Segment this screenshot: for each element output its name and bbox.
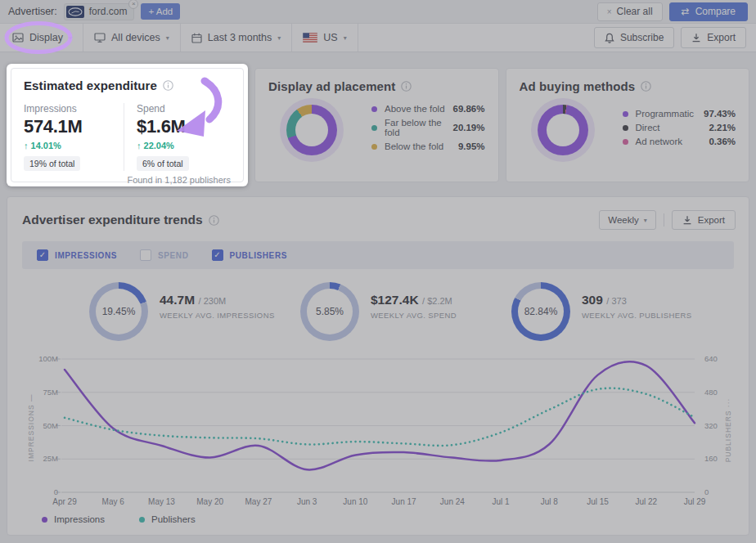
filter-period[interactable]: Last 3 months ▾ xyxy=(181,24,293,52)
card-title: Estimated expenditure xyxy=(24,79,157,92)
compare-button[interactable]: ⇄ Compare xyxy=(669,2,748,21)
info-icon[interactable] xyxy=(163,80,173,91)
info-icon[interactable] xyxy=(641,81,651,92)
clear-all-button[interactable]: × Clear all xyxy=(597,2,663,21)
legend-dot xyxy=(139,517,145,523)
advertiser-chip[interactable]: ford.com × xyxy=(64,3,135,20)
granularity-dropdown[interactable]: Weekly ▾ xyxy=(599,210,656,230)
svg-text:May 20: May 20 xyxy=(196,497,223,506)
impressions-share-badge: 19% of total xyxy=(24,156,80,171)
filter-display[interactable]: Display ▾ xyxy=(0,24,83,52)
chevron-down-icon: ▾ xyxy=(69,34,72,42)
legend-dot xyxy=(623,111,628,117)
svg-text:50M: 50M xyxy=(43,421,59,430)
trend-line-chart: 100M64075M48050M32025M16000Apr 29May 6Ma… xyxy=(22,352,747,509)
impressions-metric: Impressions 574.1M ↑ 14.01% 19% of total xyxy=(24,103,124,171)
top-bar: Advertiser: ford.com × + Add × Clear all… xyxy=(0,0,756,23)
legend-impressions: Impressions xyxy=(42,514,105,524)
divider xyxy=(664,213,664,227)
svg-text:160: 160 xyxy=(704,454,718,463)
spend-value: $1.6M xyxy=(137,116,189,137)
weekly-average-gauges: 19.45% 44.7M / 230M WEEKLY AVG. IMPRESSI… xyxy=(7,282,749,341)
subscribe-button[interactable]: Subscribe xyxy=(594,27,674,48)
estimated-expenditure-highlight: Estimated expenditure Impressions 574.1M… xyxy=(7,64,248,186)
gauge-ring: 82.84% xyxy=(511,282,570,341)
legend-item: Far below the fold20.19% xyxy=(371,118,485,137)
info-icon[interactable] xyxy=(209,215,219,226)
adclarity-dashboard: Advertiser: ford.com × + Add × Clear all… xyxy=(0,0,756,543)
card-title: Ad buying methods xyxy=(520,79,636,93)
image-icon xyxy=(12,33,24,43)
impressions-change: ↑ 14.01% xyxy=(24,141,124,150)
filter-devices[interactable]: All devices ▾ xyxy=(83,24,181,52)
impressions-label: Impressions xyxy=(24,103,124,114)
gauge-ring: 5.85% xyxy=(300,282,359,341)
spend-label: Spend xyxy=(137,103,189,114)
estimated-expenditure-card: Estimated expenditure Impressions 574.1M… xyxy=(11,68,244,182)
legend-publishers: Publishers xyxy=(139,514,196,524)
ad-buying-methods-card: Ad buying methods Programmatic97.43% Dir… xyxy=(506,68,750,182)
bell-icon xyxy=(605,33,614,43)
legend-item: Programmatic97.43% xyxy=(623,109,736,119)
publishers-footnote: Found in 1,182 publishers xyxy=(24,175,231,185)
legend-dot xyxy=(623,125,628,131)
svg-text:PUBLISHERS ···: PUBLISHERS ··· xyxy=(724,398,732,463)
compare-icon: ⇄ xyxy=(682,6,690,17)
svg-text:480: 480 xyxy=(704,388,718,397)
trends-export-button[interactable]: Export xyxy=(672,210,736,230)
svg-text:May 27: May 27 xyxy=(245,497,272,506)
svg-text:640: 640 xyxy=(704,354,718,363)
monitor-icon xyxy=(94,33,106,43)
close-icon: × xyxy=(607,7,612,16)
chevron-down-icon: ▾ xyxy=(644,217,647,224)
card-title: Display ad placement xyxy=(268,79,395,93)
placement-legend: Above the fold69.86% Far below the fold2… xyxy=(371,100,485,155)
buying-donut-chart xyxy=(538,105,588,155)
svg-text:0: 0 xyxy=(704,487,709,496)
checkbox-icon: ✓ xyxy=(37,249,48,261)
advertiser-name: ford.com xyxy=(89,6,128,17)
svg-text:Jul 8: Jul 8 xyxy=(541,497,559,506)
top-actions: × Clear all ⇄ Compare xyxy=(597,2,748,21)
chart-legend: Impressions Publishers xyxy=(42,514,196,524)
svg-text:Jul 29: Jul 29 xyxy=(684,497,706,506)
spend-gauge: 5.85% $127.4K / $2.2M WEEKLY AVG. SPEND xyxy=(300,282,495,341)
display-ad-placement-card: Display ad placement Above the fold69.86… xyxy=(254,68,499,182)
spend-metric: Spend $1.6M ↑ 22.04% 6% of total xyxy=(124,103,189,171)
filter-bar: Display ▾ All devices ▾ Last 3 months ▾ … xyxy=(0,23,756,52)
svg-text:Jun 17: Jun 17 xyxy=(392,497,416,506)
svg-text:May 13: May 13 xyxy=(148,497,175,506)
checkbox-icon: ✓ xyxy=(212,249,223,261)
svg-text:Jul 1: Jul 1 xyxy=(493,497,511,506)
chevron-down-icon: ▾ xyxy=(344,34,347,42)
export-button[interactable]: Export xyxy=(681,27,746,48)
advertiser-label: Advertiser: xyxy=(8,6,57,17)
legend-dot xyxy=(371,106,377,112)
svg-text:May 6: May 6 xyxy=(102,497,125,506)
info-icon[interactable] xyxy=(401,81,412,92)
summary-cards-row: Estimated expenditure Impressions 574.1M… xyxy=(7,64,749,186)
svg-text:Jun 3: Jun 3 xyxy=(297,497,317,506)
ford-logo xyxy=(66,6,84,18)
chevron-down-icon: ▾ xyxy=(166,34,169,42)
add-advertiser-button[interactable]: + Add xyxy=(141,3,180,20)
toggle-publishers[interactable]: ✓ PUBLISHERS xyxy=(212,249,287,261)
impressions-value: 574.1M xyxy=(24,116,124,137)
publishers-gauge: 82.84% 309 / 373 WEEKLY AVG. PUBLISHERS xyxy=(511,282,706,341)
remove-advertiser-icon[interactable]: × xyxy=(128,0,138,9)
svg-text:75M: 75M xyxy=(43,388,59,397)
toggle-spend[interactable]: ✓ SPEND xyxy=(140,249,188,261)
calendar-icon xyxy=(191,33,202,43)
download-icon xyxy=(682,215,692,225)
advertiser-expenditure-trends-panel: Advertiser expenditure trends Weekly ▾ E… xyxy=(7,196,749,536)
legend-dot xyxy=(42,517,47,523)
legend-item: Below the fold9.95% xyxy=(371,141,485,151)
gauge-ring: 19.45% xyxy=(89,282,148,341)
checkbox-icon: ✓ xyxy=(140,249,151,261)
toggle-impressions[interactable]: ✓ IMPRESSIONS xyxy=(37,249,117,261)
download-icon xyxy=(691,33,701,43)
legend-dot xyxy=(371,144,377,150)
legend-dot xyxy=(623,139,628,145)
svg-text:0: 0 xyxy=(54,487,58,496)
filter-region[interactable]: US ▾ xyxy=(292,24,358,52)
